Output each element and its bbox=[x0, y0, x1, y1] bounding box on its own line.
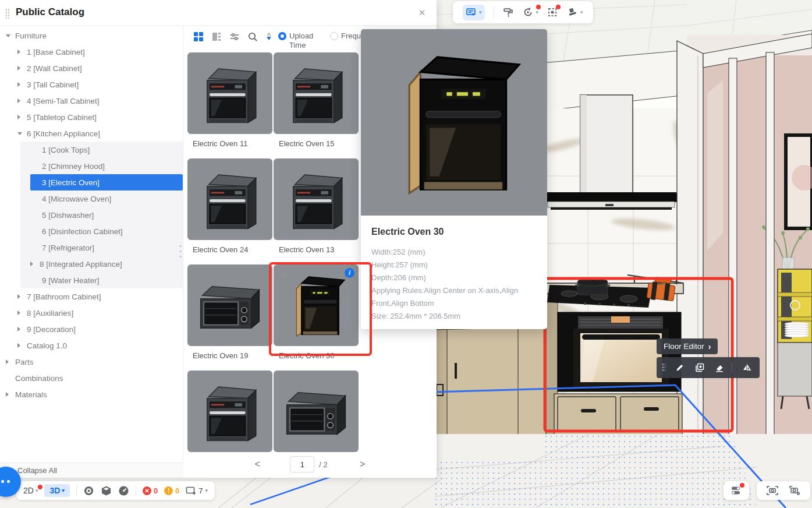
search-icon[interactable] bbox=[247, 31, 258, 42]
tree-item-integrated-appliance[interactable]: 8 [Integrated Appliance] bbox=[20, 256, 183, 272]
hood-duct[interactable] bbox=[580, 95, 633, 195]
add-layer-icon[interactable] bbox=[694, 362, 705, 373]
error-counter[interactable]: ✕ 0 bbox=[143, 486, 158, 495]
range-hood[interactable] bbox=[545, 192, 677, 210]
sort-upload-time-radio[interactable]: Upload Time bbox=[278, 31, 320, 50]
mode-3d-button[interactable]: 3D ▾ bbox=[44, 484, 69, 497]
detail-depth: Depth:206 (mm) bbox=[371, 271, 537, 284]
tree-item-bathroom-cabinet[interactable]: 7 [Bathroom Cabinet] bbox=[0, 288, 183, 305]
notification-dot bbox=[536, 5, 541, 9]
chevron-right-icon: › bbox=[708, 342, 711, 351]
chevron-down-icon: ▾ bbox=[479, 9, 482, 15]
chevron-down-icon: ▾ bbox=[62, 488, 65, 493]
replace-model-button[interactable]: ▾ bbox=[522, 6, 539, 18]
radio-selected-icon bbox=[278, 32, 286, 40]
tree-item-auxiliaries[interactable]: 8 [Auxiliaries] bbox=[0, 305, 183, 321]
tree-item-materials[interactable]: Materials bbox=[0, 386, 183, 403]
performance-gauge-icon[interactable] bbox=[118, 485, 129, 496]
tree-item-disinfection-cabinet[interactable]: 6 [Disinfection Cabinet] bbox=[20, 223, 183, 239]
notification-dot bbox=[556, 5, 561, 9]
close-icon[interactable]: ✕ bbox=[416, 6, 428, 19]
paint-roller-button[interactable] bbox=[503, 7, 514, 18]
detail-rules: Applying Rules:Align Center on X-axis,Al… bbox=[371, 284, 537, 310]
tree-item-cook-tops[interactable]: 1 [Cook Tops] bbox=[20, 142, 183, 158]
kitchen-appliance-children: 1 [Cook Tops] 2 [Chimney Hood] 3 [Electr… bbox=[20, 142, 183, 288]
drag-handle-icon[interactable] bbox=[662, 363, 665, 372]
floor-editor-button[interactable]: Floor Editor › bbox=[657, 338, 718, 354]
camera-view-icon[interactable] bbox=[766, 485, 779, 496]
product-card-electric-oven-30[interactable]: ☆ i Electric Oven 30 bbox=[274, 264, 359, 361]
screen-icon bbox=[186, 485, 196, 496]
tree-item-refrigerator[interactable]: 7 [Refrigerator] bbox=[20, 239, 183, 256]
stove-oven-unit[interactable] bbox=[546, 275, 683, 435]
product-card[interactable]: Electric Oven 13 bbox=[274, 158, 359, 255]
panel-resize-handle[interactable] bbox=[179, 244, 182, 259]
prev-page-button[interactable]: < bbox=[250, 459, 264, 470]
view-counter[interactable]: 7 ▾ bbox=[186, 485, 208, 496]
tree-item-microwave-oven[interactable]: 4 [Microwave Oven] bbox=[20, 190, 183, 207]
mode-2d-button[interactable]: 2D ▾ bbox=[23, 486, 38, 495]
radio-unselected-icon bbox=[330, 32, 338, 40]
tree-item-tall-cabinet[interactable]: 3 [Tall Cabinet] bbox=[0, 76, 183, 93]
tree-item-dishwasher[interactable]: 5 [Dishwasher] bbox=[20, 207, 183, 223]
chevron-down-icon: ▾ bbox=[580, 9, 583, 15]
tree-item-tabletop-cabinet[interactable]: 5 [Tabletop Cabinet] bbox=[0, 109, 183, 125]
tree-item-parts[interactable]: Parts bbox=[0, 354, 183, 370]
eraser-icon[interactable] bbox=[714, 362, 725, 373]
warning-icon: ! bbox=[164, 486, 173, 495]
camera-bar bbox=[757, 481, 810, 500]
flip-flatten-icon[interactable] bbox=[742, 362, 752, 373]
detail-title: Electric Oven 30 bbox=[371, 227, 537, 237]
detail-height: Height:257 (mm) bbox=[371, 259, 537, 271]
tree-item-base-cabinet[interactable]: 1 [Base Cabinet] bbox=[0, 44, 183, 60]
product-card[interactable]: Electric Oven 11 bbox=[187, 52, 272, 149]
page-input[interactable] bbox=[290, 456, 314, 472]
product-detail-card: Electric Oven 30 Width:252 (mm) Height:2… bbox=[361, 29, 547, 329]
grid-view-icon[interactable] bbox=[193, 31, 204, 42]
pencil-edit-icon[interactable] bbox=[675, 362, 685, 373]
tree-item-chimney-hood[interactable]: 2 [Chimney Hood] bbox=[20, 158, 183, 174]
tree-item-combinations[interactable]: Combinations bbox=[0, 370, 183, 386]
camera-settings-icon[interactable] bbox=[788, 485, 801, 496]
tree-item-water-heater[interactable]: 9 [Water Heater] bbox=[20, 272, 183, 288]
product-card[interactable]: Electric Oven 15 bbox=[274, 52, 359, 149]
panel-header: Public Catalog ✕ bbox=[0, 0, 437, 26]
view-status-bar: 2D ▾ 3D ▾ ✕ 0 ! 0 7 ▾ bbox=[16, 481, 215, 500]
tree-item-semi-tall-cabinet[interactable]: 4 [Semi-Tall Cabinet] bbox=[0, 93, 183, 109]
tree-item-decoration[interactable]: 9 [Decoration] bbox=[0, 321, 183, 337]
next-page-button[interactable]: > bbox=[356, 459, 370, 470]
display-settings-button[interactable] bbox=[724, 481, 749, 500]
error-icon: ✕ bbox=[143, 486, 151, 495]
product-card[interactable]: Electric Oven 19 bbox=[187, 264, 272, 361]
chevron-down-icon: ▾ bbox=[536, 9, 539, 15]
panel-title: Public Catalog bbox=[16, 6, 84, 18]
yellow-shelf bbox=[778, 269, 812, 343]
tree-item-electric-oven-selected[interactable]: 3 [Electric Oven] bbox=[30, 174, 183, 190]
visibility-eye-icon[interactable] bbox=[83, 485, 94, 496]
region-select-button[interactable] bbox=[547, 6, 558, 18]
collapse-all-button[interactable]: Collapse All bbox=[0, 463, 183, 478]
product-card[interactable] bbox=[187, 371, 272, 467]
tree-item-kitchen-appliance[interactable]: 6 [Kitchen Appliance] bbox=[0, 125, 183, 142]
catalog-panel-toggle-button[interactable]: ▾ bbox=[463, 5, 485, 20]
chevron-down-icon: ▾ bbox=[36, 488, 38, 493]
stamp-tool-button[interactable]: ▾ bbox=[566, 6, 583, 18]
product-card[interactable]: Electric Oven 24 bbox=[187, 158, 272, 255]
3d-cube-icon[interactable] bbox=[101, 485, 112, 496]
warning-counter[interactable]: ! 0 bbox=[164, 486, 179, 495]
filter-sliders-icon[interactable] bbox=[229, 31, 240, 42]
detail-size: Size: 252.4mm * 206.5mm bbox=[371, 310, 537, 323]
notification-dot bbox=[38, 485, 42, 489]
detail-width: Width:252 (mm) bbox=[371, 246, 537, 259]
drag-handle-icon[interactable] bbox=[5, 8, 10, 19]
sort-direction-icon[interactable] bbox=[265, 32, 272, 40]
tree-item-wall-cabinet[interactable]: 2 [Wall Cabinet] bbox=[0, 60, 183, 76]
scene-toolbar: ▾ ▾ ▾ bbox=[453, 1, 593, 23]
info-icon[interactable]: i bbox=[345, 268, 354, 278]
list-view-icon[interactable] bbox=[211, 31, 222, 42]
product-card[interactable] bbox=[274, 371, 359, 467]
tree-item-catalog-1-0[interactable]: Catalog 1.0 bbox=[0, 337, 183, 354]
favorite-star-icon[interactable]: ☆ bbox=[279, 268, 288, 280]
category-tree: Furniture 1 [Base Cabinet] 2 [Wall Cabin… bbox=[0, 26, 183, 463]
tree-item-furniture[interactable]: Furniture bbox=[0, 27, 183, 44]
